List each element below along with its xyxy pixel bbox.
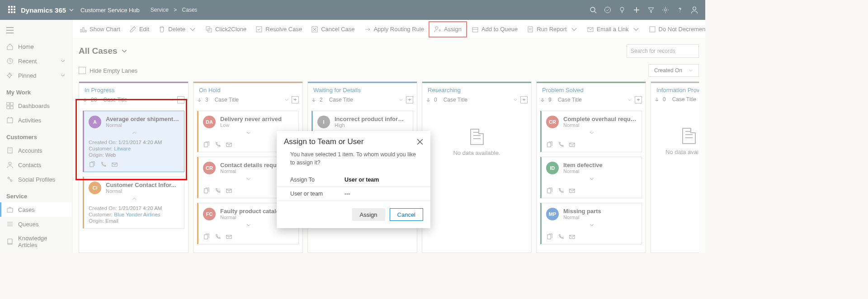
field-value: User or team bbox=[344, 177, 417, 183]
assign-to-row[interactable]: Assign ToUser or team bbox=[277, 173, 430, 187]
dialog-title: Assign to Team or User bbox=[284, 137, 363, 146]
cancel-button[interactable]: Cancel bbox=[390, 208, 423, 221]
field-label: User or team bbox=[290, 191, 344, 197]
field-label: Assign To bbox=[290, 177, 344, 183]
assign-confirm-button[interactable]: Assign bbox=[352, 208, 385, 221]
highlight-marker bbox=[75, 99, 187, 180]
dialog-description: You have selected 1 item. To whom would … bbox=[277, 149, 430, 173]
field-value: --- bbox=[344, 191, 417, 197]
assign-dialog: Assign to Team or User You have selected… bbox=[277, 131, 430, 228]
close-icon[interactable] bbox=[417, 139, 423, 145]
user-or-team-row[interactable]: User or team--- bbox=[277, 187, 430, 201]
